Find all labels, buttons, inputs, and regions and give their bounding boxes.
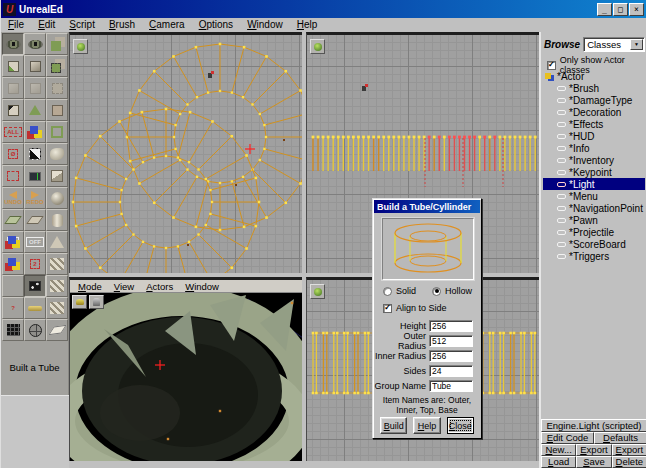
sheet-brush-button[interactable] (46, 319, 68, 341)
tree-item-triggers[interactable]: *Triggers (543, 250, 645, 262)
tree-item-keypoint[interactable]: *Keypoint (543, 166, 645, 178)
menu-file[interactable]: File (1, 18, 31, 31)
crumpled-brush-button[interactable] (46, 143, 68, 165)
texture-apply-button[interactable] (46, 99, 68, 121)
texture-rotate-button[interactable] (46, 55, 68, 77)
viewport-top-plan[interactable] (69, 32, 302, 273)
close-button[interactable]: × (629, 3, 644, 16)
polygon-edit-button[interactable] (24, 99, 46, 121)
edit-code-button[interactable]: Edit Code (541, 432, 594, 444)
menu-window[interactable]: Window (240, 18, 290, 31)
help-button[interactable]: Help (413, 417, 440, 434)
cone-brush-button[interactable] (46, 231, 68, 253)
menu-brush[interactable]: Brush (102, 18, 142, 31)
tree-item-decoration[interactable]: *Decoration (543, 106, 645, 118)
tree-item-actor[interactable]: *Actor (543, 70, 645, 82)
vertex-snap-button[interactable] (24, 165, 46, 187)
tree-item-damagetype[interactable]: *DamageType (543, 94, 645, 106)
align-to-side-checkbox[interactable]: ✓ Align to Side (383, 303, 447, 313)
lamp-button[interactable] (72, 295, 87, 309)
texture-lock-button[interactable] (24, 143, 46, 165)
hide-selected-button[interactable]: Ø (2, 143, 24, 165)
maximize-button[interactable]: □ (613, 3, 628, 16)
brush-move-button[interactable] (2, 55, 24, 77)
texture-pan-button[interactable] (46, 33, 68, 55)
height-input[interactable] (429, 320, 473, 332)
minimize-button[interactable]: _ (597, 3, 612, 16)
tree-item-brush[interactable]: *Brush (543, 82, 645, 94)
menu-camera[interactable]: Camera (142, 18, 192, 31)
show-all-button[interactable]: ALL (2, 121, 24, 143)
new-button[interactable]: New... (541, 444, 576, 456)
link-brushes-button[interactable] (2, 253, 24, 275)
camera-move-button[interactable] (2, 33, 24, 55)
tree-item-scoreboard[interactable]: *ScoreBoard (543, 238, 645, 250)
vp-menu-mode[interactable]: Mode (72, 281, 108, 292)
vertex-edit-button[interactable] (24, 275, 46, 297)
tree-item-pawn[interactable]: *Pawn (543, 214, 645, 226)
load-button[interactable]: Load (541, 456, 576, 468)
brush-stretch-button[interactable] (24, 77, 46, 99)
tree-item-navigationpoint[interactable]: *NavigationPoint (543, 202, 645, 214)
front-viewport-mode-button[interactable] (310, 284, 325, 299)
grid-off-button[interactable]: OFF (24, 231, 46, 253)
side-viewport-mode-button[interactable] (310, 39, 325, 54)
measure-tool-button[interactable] (2, 165, 24, 187)
tree-item-menu[interactable]: *Menu (543, 190, 645, 202)
spiral-stairs-brush-button[interactable] (46, 297, 68, 319)
spacer-button[interactable] (2, 275, 24, 297)
hollow-radio[interactable]: Hollow (432, 286, 472, 296)
grid-snap-button[interactable] (2, 319, 24, 341)
texture-scale-button[interactable] (46, 77, 68, 99)
export-all-button[interactable]: Export All (612, 444, 646, 456)
zoom-2x-button[interactable]: 2 (24, 253, 46, 275)
build-button[interactable]: Build (380, 417, 407, 434)
sphere-brush-button[interactable] (46, 187, 68, 209)
vp-menu-actors[interactable]: Actors (140, 281, 179, 292)
tree-item-effects[interactable]: *Effects (543, 118, 645, 130)
tree-item-info[interactable]: *Info (543, 142, 645, 154)
select-frame-button[interactable] (46, 121, 68, 143)
menu-script[interactable]: Script (62, 18, 102, 31)
platform-brush-button[interactable] (24, 297, 46, 319)
delete-button[interactable]: Delete (612, 456, 646, 468)
deintersect-button[interactable]: ? (2, 297, 24, 319)
inner-radius-input[interactable] (429, 350, 473, 362)
cylinder-brush-button[interactable] (46, 209, 68, 231)
menu-edit[interactable]: Edit (31, 18, 62, 31)
save-button[interactable]: Save (576, 456, 611, 468)
browser-type-dropdown[interactable]: Classes ▼ (583, 37, 645, 52)
vp-menu-window[interactable]: Window (179, 281, 225, 292)
linear-stairs-brush-button[interactable] (46, 275, 68, 297)
outer-radius-input[interactable] (429, 335, 473, 347)
defaults-button[interactable]: Defaults (594, 432, 646, 444)
solid-radio[interactable]: Solid (383, 286, 416, 296)
tree-item-light[interactable]: *Light (543, 178, 645, 190)
radial-grid-button[interactable] (24, 319, 46, 341)
tree-item-hud[interactable]: *HUD (543, 130, 645, 142)
brush-snap-button[interactable] (2, 99, 24, 121)
cube-brush-button[interactable] (46, 165, 68, 187)
camera-zoom-button[interactable] (24, 33, 46, 55)
select-colored-button[interactable] (24, 121, 46, 143)
dialog-title-bar[interactable]: Build a Tube/Cyllinder (374, 200, 480, 213)
sheet-rotate-button[interactable] (24, 209, 46, 231)
tree-item-inventory[interactable]: *Inventory (543, 154, 645, 166)
tree-item-projectile[interactable]: *Projectile (543, 226, 645, 238)
redo-button[interactable]: REDO (24, 187, 46, 209)
brush-scale-button[interactable] (2, 77, 24, 99)
select-box-button[interactable] (2, 231, 24, 253)
sheet-scale-button[interactable] (2, 209, 24, 231)
vp-menu-view[interactable]: View (108, 281, 140, 292)
plan-viewport-mode-button[interactable] (73, 39, 88, 54)
close-button[interactable]: Close (447, 417, 474, 434)
brush-rotate-button[interactable] (24, 55, 46, 77)
export-button[interactable]: Export (576, 444, 611, 456)
viewport-perspective[interactable]: ModeViewActorsWindow (69, 277, 302, 461)
curved-stairs-brush-button[interactable] (46, 253, 68, 275)
menu-help[interactable]: Help (290, 18, 325, 31)
group-name-input[interactable] (429, 380, 473, 392)
menu-options[interactable]: Options (192, 18, 240, 31)
player-start-button[interactable] (89, 295, 104, 309)
sides-input[interactable] (429, 365, 473, 377)
